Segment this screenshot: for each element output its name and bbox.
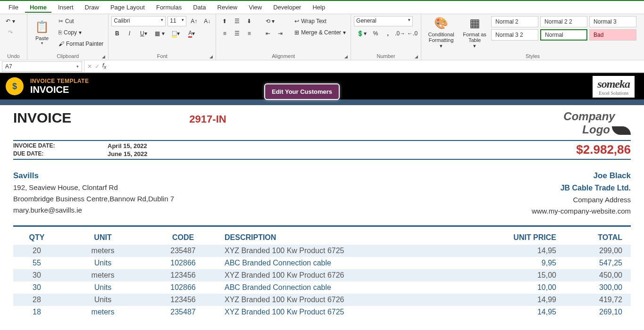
orientation-button[interactable]: ⟲ ▾ [262, 16, 277, 26]
cell-unit[interactable]: meters [60, 306, 145, 318]
font-launcher-icon[interactable]: ◢ [209, 54, 213, 59]
align-right-icon[interactable]: ≡ [243, 28, 255, 39]
percent-button[interactable]: % [370, 28, 381, 39]
cell-price[interactable]: 15,00 [494, 269, 560, 281]
cell-unit[interactable]: meters [60, 269, 145, 281]
align-center-icon[interactable]: ☰ [231, 28, 243, 39]
merge-center-button[interactable]: ⊞Merge & Center ▾ [293, 27, 348, 38]
enter-formula-icon[interactable]: ✓ [95, 63, 100, 70]
cell-price[interactable]: 14,95 [494, 245, 560, 257]
cell-unit[interactable]: Units [60, 294, 145, 306]
font-color-button[interactable]: A ▾ [184, 28, 199, 39]
copy-button[interactable]: ⎘Copy ▾ [57, 27, 105, 38]
cell-total[interactable]: 450,00 [560, 269, 631, 281]
decrease-indent-icon[interactable]: ⇤ [262, 28, 274, 39]
align-top-icon[interactable]: ⬆ [219, 16, 230, 26]
style-normal-3[interactable]: Normal 3 [589, 16, 636, 27]
style-bad[interactable]: Bad [589, 29, 636, 41]
underline-button[interactable]: U ▾ [136, 28, 151, 39]
menu-file[interactable]: File [4, 2, 23, 12]
fill-color-button[interactable]: ⬚ ▾ [168, 28, 183, 39]
cell-price[interactable]: 14,99 [494, 294, 560, 306]
cell-code[interactable]: 235487 [145, 245, 221, 257]
increase-decimal-icon[interactable]: .0→ [394, 28, 406, 39]
edit-customers-button[interactable]: Edit Your Customers [264, 83, 340, 100]
style-normal-2[interactable]: Normal 2 [491, 16, 538, 27]
cell-total[interactable]: 299,00 [560, 245, 631, 257]
bold-button[interactable]: B [111, 28, 123, 39]
cell-desc[interactable]: XYZ Branded 100 Kw Product 6726 [221, 269, 494, 281]
redo-button[interactable]: ↷ [3, 27, 18, 38]
increase-font-icon[interactable]: A↑ [188, 16, 200, 26]
formula-input[interactable] [109, 61, 644, 72]
fx-icon[interactable]: fx [102, 62, 106, 70]
menu-formulas[interactable]: Formulas [151, 2, 186, 12]
align-bottom-icon[interactable]: ⬇ [243, 16, 255, 26]
align-middle-icon[interactable]: ☰ [231, 16, 243, 26]
style-normal-3-2[interactable]: Normal 3 2 [491, 29, 538, 41]
font-name-select[interactable]: Calibri ▾ [111, 16, 166, 26]
align-left-icon[interactable]: ≡ [219, 28, 230, 39]
cell-qty[interactable]: 20 [13, 245, 60, 257]
font-size-select[interactable]: 11 ▾ [167, 16, 186, 26]
name-box[interactable]: A7▾ [2, 61, 82, 72]
cancel-formula-icon[interactable]: ✕ [87, 63, 92, 70]
cell-qty[interactable]: 28 [13, 294, 60, 306]
cell-desc[interactable]: XYZ Branded 100 Kw Product 6725 [221, 245, 494, 257]
cell-qty[interactable]: 30 [13, 269, 60, 281]
menu-insert[interactable]: Insert [53, 2, 78, 12]
menu-data[interactable]: Data [188, 2, 210, 12]
cell-total[interactable]: 419,72 [560, 294, 631, 306]
conditional-formatting-button[interactable]: 🎨 Conditional Formatting ▾ [424, 16, 458, 49]
cut-button[interactable]: ✂Cut [57, 16, 105, 26]
cell-code[interactable]: 102866 [145, 257, 221, 269]
cell-unit[interactable]: meters [60, 245, 145, 257]
format-painter-button[interactable]: 🖌Format Painter [57, 39, 105, 49]
cell-code[interactable]: 102866 [145, 281, 221, 294]
menu-view[interactable]: View [244, 2, 267, 12]
cell-desc[interactable]: XYZ Branded 100 Kw Product 6725 [221, 306, 494, 318]
wrap-text-button[interactable]: ↩Wrap Text [293, 16, 348, 26]
cell-qty[interactable]: 55 [13, 257, 60, 269]
undo-button[interactable]: ↶ ▾ [3, 16, 18, 26]
cell-price[interactable]: 10,00 [494, 281, 560, 294]
style-normal-2-2[interactable]: Normal 2 2 [540, 16, 587, 27]
paste-button[interactable]: 📋 Paste ▾ [30, 16, 54, 49]
cell-code[interactable]: 123456 [145, 269, 221, 281]
cell-price[interactable]: 9,95 [494, 257, 560, 269]
cell-qty[interactable]: 18 [13, 306, 60, 318]
cell-price[interactable]: 14,95 [494, 306, 560, 318]
decrease-decimal-icon[interactable]: ←.0 [407, 28, 418, 39]
cell-total[interactable]: 269,10 [560, 306, 631, 318]
cell-unit[interactable]: Units [60, 257, 145, 269]
menu-page-layout[interactable]: Page Layout [106, 2, 150, 12]
sheet-area[interactable]: $ INVOICE TEMPLATE INVOICE Edit Your Cus… [0, 73, 644, 330]
clipboard-launcher-icon[interactable]: ◢ [102, 54, 105, 59]
cell-code[interactable]: 235487 [145, 306, 221, 318]
italic-button[interactable]: I [124, 28, 135, 39]
menu-developer[interactable]: Developer [268, 2, 306, 12]
cell-desc[interactable]: ABC Branded Connection cable [221, 257, 494, 269]
menu-review[interactable]: Review [213, 2, 243, 12]
number-format-select[interactable]: General ▾ [354, 16, 413, 26]
cell-total[interactable]: 547,25 [560, 257, 631, 269]
cell-desc[interactable]: ABC Branded Connection cable [221, 281, 494, 294]
from-email: mary.burke@savills.ie [13, 205, 174, 216]
cell-total[interactable]: 300,00 [560, 281, 631, 294]
style-normal[interactable]: Normal [540, 29, 587, 41]
cell-desc[interactable]: XYZ Branded 100 Kw Product 6726 [221, 294, 494, 306]
comma-button[interactable]: , [382, 28, 393, 39]
accounting-format-button[interactable]: 💲▾ [354, 28, 369, 39]
cell-qty[interactable]: 30 [13, 281, 60, 294]
increase-indent-icon[interactable]: ⇥ [275, 28, 286, 39]
borders-button[interactable]: ▦ ▾ [152, 28, 167, 39]
number-launcher-icon[interactable]: ◢ [415, 54, 418, 59]
cell-code[interactable]: 123456 [145, 294, 221, 306]
menu-draw[interactable]: Draw [80, 2, 104, 12]
decrease-font-icon[interactable]: A↓ [201, 16, 213, 26]
menu-home[interactable]: Home [25, 2, 51, 13]
cell-unit[interactable]: Units [60, 281, 145, 294]
format-as-table-button[interactable]: ▦ Format as Table ▾ [460, 16, 489, 49]
alignment-launcher-icon[interactable]: ◢ [344, 54, 348, 59]
menu-help[interactable]: Help [308, 2, 330, 12]
